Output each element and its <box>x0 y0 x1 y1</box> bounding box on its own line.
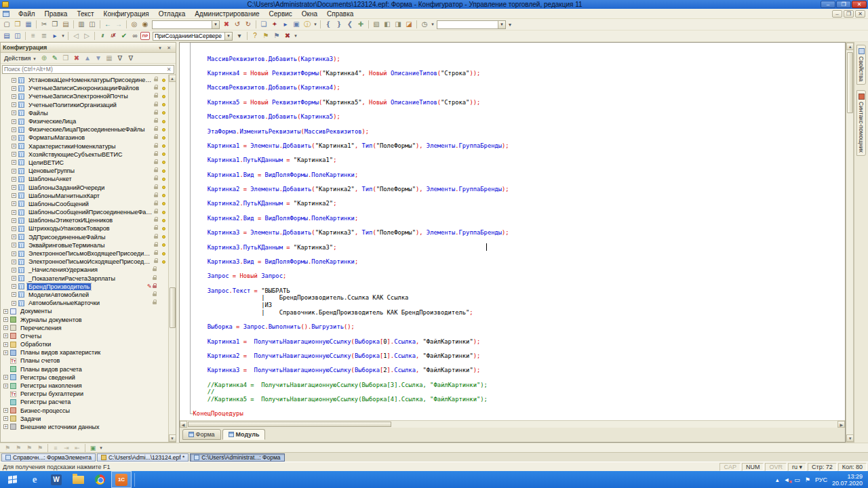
shift-right-icon[interactable]: ▷ <box>81 31 92 41</box>
window-tile-icon[interactable]: ◧ <box>382 20 393 29</box>
shift-right-mini-icon[interactable]: ⇥ <box>61 444 72 452</box>
form-icon[interactable]: ◫ <box>12 31 23 41</box>
add-window-icon-dropdown[interactable]: ▾ <box>98 445 104 451</box>
mdi-restore-icon[interactable]: ❐ <box>844 10 854 18</box>
flag-icon-2[interactable]: ⚑ <box>13 444 24 452</box>
tree-item[interactable]: +ФизическиеЛицаПрисоединенныеФайлы <box>1 125 168 134</box>
tree-item[interactable]: +ЦеновыеГруппы <box>1 167 168 175</box>
expand-icon[interactable]: + <box>3 325 8 330</box>
back-icon[interactable]: ← <box>102 20 113 29</box>
volume-muted-icon[interactable]: ◄✖ <box>783 476 789 483</box>
expand-icon[interactable]: + <box>12 136 16 140</box>
menu-администрирование[interactable]: Администрирование <box>190 9 264 19</box>
find-icon[interactable]: ◎ <box>129 20 140 29</box>
menu-файл[interactable]: Файл <box>14 9 40 19</box>
search-combobox[interactable]: ▼ <box>152 20 220 29</box>
editor-tab-модуль[interactable]: Модуль <box>222 429 266 440</box>
tree-item[interactable]: +ШаблоныСообщений <box>1 200 168 208</box>
new-document-icon[interactable]: ▢ <box>1 20 12 29</box>
hscrollbar-thumb[interactable] <box>188 422 391 427</box>
expand-icon[interactable]: + <box>12 193 16 198</box>
tree-root-accreg[interactable]: ТтРегистры бухгалтерии <box>1 390 168 398</box>
goto-definition-icon[interactable]: ▸ <box>50 31 60 41</box>
tree-scrollbar-thumb[interactable] <box>170 287 176 328</box>
editor-vscrollbar[interactable]: ▲ ▼ <box>846 42 854 443</box>
expand-icon[interactable]: + <box>12 78 16 83</box>
tree-item[interactable]: +ФорматыМагазинов <box>1 134 168 142</box>
add-window-icon[interactable]: ▣ <box>87 444 98 452</box>
scroll-up-icon[interactable]: ▲ <box>169 75 176 82</box>
tree-item[interactable]: +ЭлектронноеПисьмоВходящееПрисоединенные… <box>1 249 168 258</box>
cut-icon[interactable]: ✂ <box>39 20 50 29</box>
expand-icon[interactable]: + <box>12 160 16 165</box>
tree-item[interactable]: +БрендПроизводитель✎ <box>1 283 168 291</box>
mdi-close-icon[interactable]: ✕ <box>855 10 865 18</box>
mdi-minimize-icon[interactable]: – <box>832 10 842 18</box>
tree-root-enum[interactable]: +Перечисления <box>1 324 168 332</box>
delete-icon[interactable]: ✖ <box>71 54 82 63</box>
expand-icon[interactable]: + <box>3 416 8 421</box>
expand-icon[interactable]: + <box>3 333 8 338</box>
module-icon[interactable]: ▤ <box>1 31 12 41</box>
menu-отладка[interactable]: Отладка <box>154 9 191 19</box>
syntax-help-icon[interactable]: ? <box>250 31 260 41</box>
expand-icon[interactable]: + <box>3 375 8 380</box>
start-debug-icon[interactable]: ▸ <box>280 20 291 29</box>
clear-bookmarks-icon-dropdown[interactable]: ▾ <box>293 33 298 39</box>
expand-icon[interactable]: + <box>12 284 16 289</box>
expand-icon[interactable]: + <box>3 424 8 429</box>
expand-icon[interactable]: + <box>12 251 16 256</box>
list-icon-1[interactable]: ≡ <box>50 444 61 452</box>
window-tab[interactable]: Справочн...: ФормаЭлемента <box>1 453 96 462</box>
tree-root-doc[interactable]: +Документы <box>1 307 168 315</box>
find-in-files-icon[interactable]: ◉ <box>140 20 151 29</box>
expand-icon[interactable]: + <box>3 342 8 347</box>
procedures-list-icon[interactable]: ∞ <box>130 31 140 41</box>
secondary-combo-input[interactable] <box>437 21 498 28</box>
comment-icon[interactable]: // <box>97 31 108 41</box>
procedure-combobox-dropdown-icon[interactable]: ▼ <box>224 33 232 40</box>
tree-root-accounts[interactable]: ТтПланы счетов <box>1 357 168 365</box>
tree-item[interactable]: +МоделиАвтомобилей <box>1 291 168 299</box>
expand-icon[interactable]: + <box>12 102 16 107</box>
menu-окна[interactable]: Окна <box>297 9 322 19</box>
tree-root-accumreg[interactable]: +Регистры накопления <box>1 382 168 390</box>
tree-item[interactable]: +Файлы <box>1 109 168 117</box>
tree-root-calc[interactable]: Планы видов расчета <box>1 365 168 373</box>
add-icon[interactable]: ⊕ <box>39 54 50 63</box>
shift-left-icon[interactable]: ◁ <box>71 31 81 41</box>
flag-icon-3[interactable]: ⚑ <box>24 444 35 452</box>
info-icon[interactable]: ⓘ <box>302 20 313 29</box>
shift-left-mini-icon[interactable]: ⇤ <box>72 444 83 452</box>
code-area[interactable]: МассивРеквизитов.Добавить(Картинка3); Ка… <box>180 43 846 420</box>
tree-item[interactable]: +ШтрихкодыУпаковокТоваров <box>1 224 168 232</box>
editor-tab-форма[interactable]: Форма <box>182 429 221 440</box>
clear-search-icon[interactable]: ✖ <box>221 20 232 29</box>
tree-item[interactable]: +ШаблоныЭтикетокИЦенников <box>1 216 168 224</box>
expand-icon[interactable]: + <box>12 94 16 99</box>
tree-item[interactable]: +УстановкаЦенНоменклатурыПрисоединенные.… <box>1 76 168 84</box>
goto-definition-icon-dropdown[interactable]: ▾ <box>60 33 66 39</box>
expand-icon[interactable]: + <box>12 144 16 148</box>
save-icon[interactable]: ▦ <box>23 20 34 29</box>
open-icon[interactable]: ❐ <box>12 20 23 29</box>
editor-scroll-down-icon[interactable]: ▼ <box>846 434 854 442</box>
next-procedure-icon[interactable]: ❵ <box>334 20 344 29</box>
tray-expand-icon[interactable]: ▴ <box>776 476 779 483</box>
expand-icon[interactable]: + <box>3 350 8 355</box>
move-down-icon[interactable]: ▼ <box>93 54 104 63</box>
scroll-right-icon[interactable]: ▶ <box>837 421 845 428</box>
print-icon[interactable]: ▥ <box>76 20 87 29</box>
chrome-icon[interactable] <box>90 471 110 488</box>
tree-root-inforeg[interactable]: +Регистры сведений <box>1 373 168 382</box>
expand-icon[interactable]: + <box>3 317 8 322</box>
word-icon[interactable]: W <box>46 471 66 488</box>
tree-item[interactable]: +ЦелиВЕТИС <box>1 159 168 167</box>
ie-icon[interactable]: e <box>24 471 45 488</box>
scroll-down-icon[interactable]: ▼ <box>169 434 176 442</box>
properties-dock-tab[interactable]: Свойства <box>856 45 866 85</box>
toolbar-overflow-icon[interactable]: ▾ <box>507 22 513 28</box>
tree-item[interactable]: +УчетныеПолитикиОрганизаций <box>1 101 168 109</box>
tree-item[interactable]: +ЭлектронноеПисьмоИсходящееПрисоединенны… <box>1 258 168 266</box>
filter-icon[interactable]: ∇ <box>115 54 125 63</box>
